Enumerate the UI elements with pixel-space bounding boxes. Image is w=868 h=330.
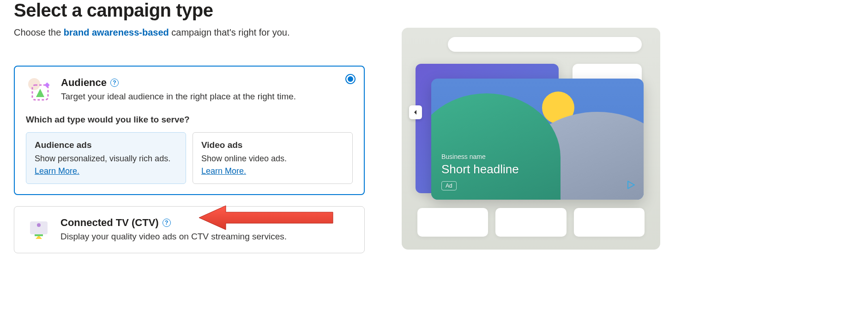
radio-dot bbox=[348, 76, 353, 82]
page-title: Select a campaign type bbox=[14, 0, 365, 21]
learn-more-link[interactable]: Learn More. bbox=[201, 166, 246, 176]
help-icon[interactable]: ? bbox=[163, 219, 171, 227]
audience-icon bbox=[26, 77, 52, 103]
svg-marker-2 bbox=[36, 89, 44, 97]
play-icon bbox=[626, 180, 635, 191]
carousel-prev-icon bbox=[409, 105, 422, 119]
preview-headline: Short headline bbox=[441, 162, 519, 177]
preview-bottom-cards bbox=[417, 208, 645, 237]
preview-bottom-card bbox=[495, 208, 566, 237]
subtitle-highlight: brand awareness-based bbox=[64, 27, 169, 37]
svg-point-0 bbox=[28, 78, 40, 90]
ctv-icon bbox=[25, 217, 51, 243]
campaign-title-audience: Audience bbox=[61, 77, 107, 89]
ad-preview-illustration: Business name Short headline Ad bbox=[402, 28, 660, 250]
ad-type-video-ads[interactable]: Video ads Show online video ads. Learn M… bbox=[193, 132, 353, 184]
svg-marker-9 bbox=[414, 110, 416, 115]
campaign-desc-audience: Target your ideal audience in the right … bbox=[61, 92, 353, 102]
campaign-card-audience[interactable]: Audience ? Target your ideal audience in… bbox=[14, 66, 365, 195]
learn-more-link[interactable]: Learn More. bbox=[35, 166, 79, 176]
preview-bottom-card bbox=[417, 208, 488, 237]
browser-bar bbox=[448, 37, 642, 52]
page-subtitle: Choose the brand awareness-based campaig… bbox=[14, 27, 365, 38]
subtitle-suffix: campaign that's right for you. bbox=[169, 27, 290, 37]
campaign-desc-ctv: Display your quality video ads on CTV st… bbox=[60, 232, 353, 242]
ad-type-title: Video ads bbox=[201, 140, 344, 150]
svg-rect-7 bbox=[35, 234, 43, 236]
preview-business-name: Business name bbox=[441, 153, 519, 160]
ad-type-question: Which ad type would you like to serve? bbox=[26, 115, 353, 125]
preview-bottom-card bbox=[574, 208, 645, 237]
campaign-card-ctv[interactable]: Connected TV (CTV) ? Display your qualit… bbox=[14, 206, 365, 253]
campaign-title-ctv: Connected TV (CTV) bbox=[60, 217, 159, 229]
ad-type-title: Audience ads bbox=[35, 140, 177, 150]
ad-type-audience-ads[interactable]: Audience ads Show personalized, visually… bbox=[26, 132, 186, 184]
ad-badge: Ad bbox=[441, 181, 457, 190]
preview-ad-card: Business name Short headline Ad bbox=[431, 79, 644, 200]
svg-point-5 bbox=[37, 223, 41, 227]
subtitle-prefix: Choose the bbox=[14, 27, 64, 37]
svg-rect-3 bbox=[44, 82, 49, 87]
svg-marker-10 bbox=[628, 181, 634, 189]
ad-type-desc: Show personalized, visually rich ads. bbox=[35, 154, 177, 164]
radio-audience-selected[interactable] bbox=[345, 74, 356, 84]
help-icon[interactable]: ? bbox=[110, 79, 119, 87]
ad-type-desc: Show online video ads. bbox=[201, 154, 344, 164]
